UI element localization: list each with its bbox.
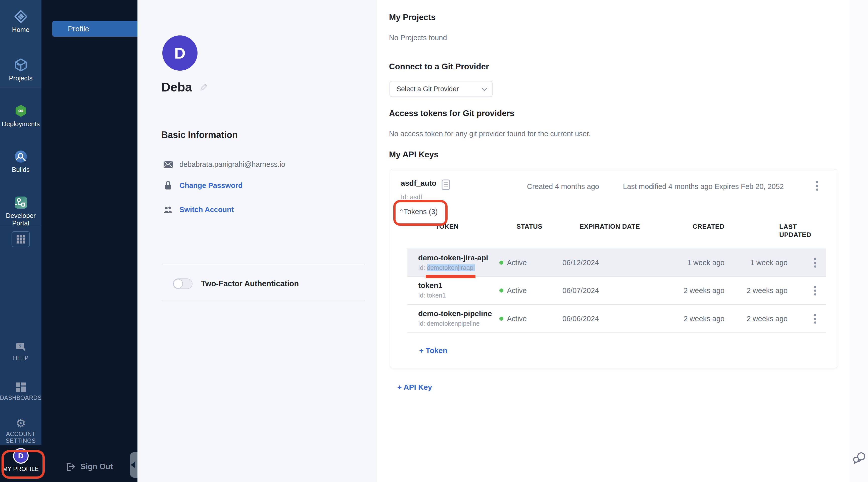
token-menu-button[interactable] (812, 284, 818, 297)
token-name: demo-token-jira-api (418, 253, 488, 262)
table-row: token1 Id: token1 Active 06/07/2024 2 we… (407, 277, 826, 305)
chevron-left-icon (131, 462, 135, 468)
table-row: demo-token-pipeline Id: demotokenpipelin… (407, 305, 826, 333)
envelope-icon (162, 160, 174, 168)
home-icon (14, 9, 28, 24)
tokens-toggle-label: Tokens (3) (404, 208, 437, 216)
column-header-token: TOKEN (435, 223, 459, 231)
primary-sidebar: Home Projects ∞ Deployments Builds (0, 0, 41, 482)
svg-text:∞: ∞ (18, 106, 23, 115)
module-picker-button[interactable] (11, 231, 30, 247)
token-status: Active (507, 259, 527, 267)
sign-out-button[interactable]: Sign Out (41, 451, 137, 482)
my-projects-title: My Projects (389, 12, 435, 22)
token-expiration: 06/07/2024 (562, 277, 599, 304)
change-password-link[interactable]: Change Password (180, 181, 243, 190)
sidebar-collapse-button[interactable] (130, 452, 137, 478)
sidebar-item-label: ACCOUNT SETTINGS (6, 431, 36, 444)
token-name: token1 (418, 281, 442, 290)
token-status: Active (507, 314, 527, 323)
sidebar-item-label: Deployments (2, 120, 40, 128)
api-key-id: Id: asdf (401, 193, 422, 201)
sidebar-item-developer-portal[interactable]: Developer Portal (0, 195, 41, 227)
git-provider-select[interactable]: Select a Git Provider (390, 81, 493, 97)
my-projects-empty: No Projects found (389, 34, 447, 42)
section-title: Basic Information (161, 130, 238, 140)
sidebar-item-builds[interactable]: Builds (0, 150, 41, 173)
token-expiration: 06/06/2024 (562, 305, 599, 332)
annotation-underline (426, 275, 475, 278)
two-factor-toggle[interactable] (173, 278, 192, 289)
status-dot (499, 289, 503, 293)
switch-account-row: Switch Account (162, 204, 234, 216)
table-row: demo-token-jira-api Id: demotokenjiraapi… (407, 248, 826, 277)
two-factor-row: Two-Factor Authentication (173, 278, 299, 289)
sidebar-item-deployments[interactable]: ∞ Deployments (0, 104, 41, 128)
help-icon: ? (15, 342, 27, 353)
token-id: Id: token1 (418, 292, 446, 299)
sidebar-item-label: Projects (9, 74, 33, 82)
sidebar-item-projects[interactable]: Projects (0, 58, 41, 82)
sidebar-item-label: DASHBOARDS (0, 395, 42, 401)
token-menu-button[interactable] (812, 256, 818, 269)
svg-text:?: ? (19, 343, 22, 349)
column-header-expiration: EXPIRATION DATE (580, 223, 640, 231)
sidebar-item-label: Developer Portal (4, 212, 37, 227)
status-dot (499, 261, 503, 265)
switch-account-link[interactable]: Switch Account (180, 206, 234, 214)
caret-up-icon: ^ (400, 208, 403, 215)
api-key-created: Created 4 months ago (527, 182, 599, 191)
sign-out-label: Sign Out (81, 462, 113, 471)
token-menu-button[interactable] (812, 312, 818, 325)
token-created: 1 week ago (646, 249, 724, 276)
sidebar-item-home[interactable]: Home (0, 9, 41, 33)
git-provider-title: Connect to a Git Provider (389, 62, 489, 71)
lock-icon (162, 180, 174, 190)
api-keys-title: My API Keys (389, 150, 438, 159)
token-created: 2 weeks ago (646, 277, 724, 304)
change-password-row: Change Password (162, 179, 243, 191)
token-id-selection: demotokenjiraapi (427, 264, 475, 271)
grid-icon (17, 235, 25, 243)
api-key-menu-button[interactable] (814, 179, 820, 192)
secondary-sidebar: Profile Sign Out (41, 0, 137, 482)
avatar: D (13, 448, 29, 464)
builds-icon (14, 150, 28, 163)
api-key-card: asdf_auto Id: asdf Created 4 months ago … (390, 169, 837, 368)
deployments-icon: ∞ (14, 104, 28, 118)
edit-pencil-icon[interactable] (199, 83, 209, 92)
right-gutter (849, 0, 868, 482)
nav-item-profile[interactable]: Profile (52, 21, 137, 37)
sidebar-item-dashboards[interactable]: DASHBOARDS (0, 382, 41, 401)
column-header-status: STATUS (517, 223, 542, 231)
sidebar-item-account-settings[interactable]: ⚙ ACCOUNT SETTINGS (0, 418, 41, 444)
divider (0, 227, 41, 227)
copy-icon[interactable] (441, 179, 450, 190)
token-expiration: 06/12/2024 (562, 249, 599, 276)
email-row: debabrata.panigrahi@harness.io (162, 158, 285, 170)
display-name: Deba (161, 80, 192, 94)
chat-bubbles-icon[interactable] (853, 452, 866, 464)
api-key-name: asdf_auto (401, 179, 436, 187)
my-profile-label: MY PROFILE (3, 466, 39, 473)
projects-icon (14, 58, 28, 72)
two-factor-label: Two-Factor Authentication (201, 279, 299, 288)
sidebar-item-label: HELP (13, 355, 28, 362)
access-tokens-title: Access tokens for Git providers (389, 109, 515, 118)
my-profile-button[interactable]: D MY PROFILE (0, 445, 41, 482)
profile-panel: D Deba Basic Information debabrata.panig… (137, 0, 377, 482)
token-created: 2 weeks ago (646, 305, 724, 332)
token-updated: 2 weeks ago (716, 305, 787, 332)
dashboards-icon (16, 382, 26, 393)
settings-gear-icon: ⚙ (16, 418, 26, 429)
main-content: My Projects No Projects found Connect to… (377, 0, 849, 482)
sidebar-item-help[interactable]: ? HELP (0, 342, 41, 362)
token-name: demo-token-pipeline (418, 309, 492, 318)
toggle-knob (174, 279, 183, 289)
tokens-expand-toggle[interactable]: ^ Tokens (3) (400, 208, 438, 216)
add-api-key-button[interactable]: + API Key (397, 383, 432, 392)
sign-out-icon (65, 462, 76, 472)
add-token-button[interactable]: + Token (419, 346, 447, 355)
column-header-created: CREATED (664, 223, 724, 231)
email-value: debabrata.panigrahi@harness.io (180, 160, 285, 169)
